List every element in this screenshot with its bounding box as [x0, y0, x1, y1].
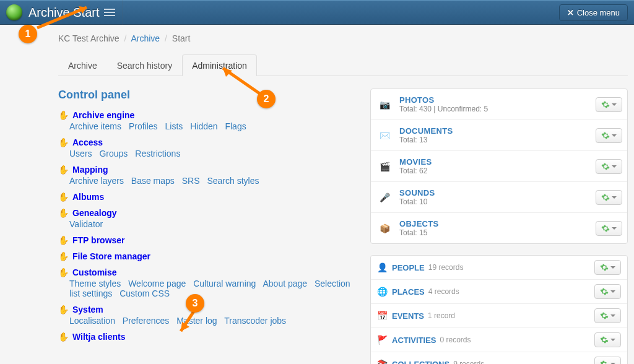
- link-base-maps[interactable]: Base maps: [131, 176, 175, 186]
- page-title: Archive Start: [28, 6, 99, 20]
- link-restrictions[interactable]: Restrictions: [135, 149, 180, 158]
- person-icon: 👤: [377, 262, 387, 272]
- gear-icon: [601, 131, 610, 140]
- close-menu-button[interactable]: ✕ Close menu: [559, 4, 628, 21]
- gear-icon: [601, 224, 610, 233]
- link-groups[interactable]: Groups: [99, 149, 128, 158]
- hamburger-menu-icon[interactable]: [104, 9, 115, 16]
- hand-icon: ✋: [58, 305, 69, 314]
- cp-archive-engine[interactable]: Archive engine: [72, 110, 134, 120]
- gear-icon: [600, 287, 609, 296]
- cp-mapping[interactable]: Mapping: [72, 165, 108, 175]
- gear-icon: [601, 162, 610, 171]
- close-icon: ✕: [567, 8, 574, 17]
- tab-search-history[interactable]: Search history: [107, 54, 182, 76]
- gear-dropdown-button[interactable]: [594, 308, 621, 323]
- link-archive-layers[interactable]: Archive layers: [69, 176, 124, 186]
- link-flags[interactable]: Flags: [225, 121, 246, 131]
- gear-dropdown-button[interactable]: [596, 221, 622, 236]
- hand-icon: ✋: [58, 165, 69, 175]
- row-places[interactable]: 🌐PLACES4 records: [371, 279, 627, 303]
- link-localisation[interactable]: Localisation: [69, 316, 115, 326]
- caret-down-icon: [610, 339, 615, 341]
- caret-down-icon: [612, 227, 617, 230]
- hand-icon: ✋: [58, 110, 69, 120]
- link-master-log[interactable]: Master log: [176, 316, 217, 326]
- link-hidden[interactable]: Hidden: [190, 121, 217, 131]
- gear-dropdown-button[interactable]: [594, 332, 621, 347]
- gear-dropdown-button[interactable]: [596, 159, 622, 174]
- link-search-styles[interactable]: Search styles: [207, 176, 259, 186]
- gear-dropdown-button[interactable]: [594, 284, 621, 299]
- gear-dropdown-button[interactable]: [596, 128, 622, 143]
- caret-down-icon: [612, 103, 617, 106]
- hand-icon: ✋: [58, 267, 69, 277]
- card-documents[interactable]: ✉️ DOCUMENTSTotal: 13: [371, 119, 627, 150]
- link-lists[interactable]: Lists: [165, 121, 183, 131]
- close-menu-label: Close menu: [577, 8, 620, 17]
- caret-down-icon: [610, 314, 615, 317]
- control-panel: Control panel ✋Archive engine Archive it…: [58, 89, 355, 364]
- link-srs[interactable]: SRS: [182, 176, 200, 186]
- gear-dropdown-button[interactable]: [596, 190, 622, 205]
- cp-customise[interactable]: Customise: [72, 267, 117, 277]
- cp-wiltja-clients[interactable]: Wiltja clients: [72, 332, 125, 342]
- globe-icon: 🌐: [377, 287, 387, 297]
- row-collections[interactable]: 📚COLLECTIONS9 records: [371, 352, 627, 364]
- link-theme-styles[interactable]: Theme styles: [69, 279, 121, 288]
- breadcrumb-leaf: Start: [172, 33, 191, 43]
- calendar-icon: 📅: [377, 311, 387, 321]
- envelope-icon: ✉️: [376, 128, 393, 143]
- gear-dropdown-button[interactable]: [594, 357, 621, 364]
- caret-down-icon: [612, 134, 617, 137]
- hand-icon: ✋: [58, 235, 69, 245]
- link-archive-items[interactable]: Archive items: [69, 121, 121, 131]
- cp-access[interactable]: Access: [72, 137, 103, 147]
- link-custom-css[interactable]: Custom CSS: [119, 288, 170, 298]
- card-sounds[interactable]: 🎤 SOUNDSTotal: 10: [371, 181, 627, 212]
- link-cultural-warning[interactable]: Cultural warning: [193, 279, 256, 288]
- film-icon: 🎬: [376, 159, 393, 174]
- gear-dropdown-button[interactable]: [596, 97, 622, 112]
- mic-icon: 🎤: [376, 190, 393, 205]
- hand-icon: ✋: [58, 192, 69, 202]
- row-people[interactable]: 👤PEOPLE19 records: [371, 256, 627, 279]
- cp-ftp-browser[interactable]: FTP browser: [72, 235, 125, 245]
- link-preferences[interactable]: Preferences: [123, 316, 169, 326]
- stats-panel: 📷 PHOTOSTotal: 430 | Unconfirmed: 5 ✉️ D…: [370, 89, 628, 364]
- caret-down-icon: [612, 165, 617, 168]
- caret-down-icon: [610, 290, 615, 293]
- tab-bar: Archive Search history Administration: [58, 54, 628, 76]
- breadcrumb-archive-link[interactable]: Archive: [131, 33, 160, 43]
- media-card-group: 📷 PHOTOSTotal: 430 | Unconfirmed: 5 ✉️ D…: [370, 89, 628, 244]
- gear-icon: [601, 193, 610, 202]
- flag-icon: 🚩: [377, 335, 387, 345]
- tab-archive[interactable]: Archive: [58, 54, 107, 76]
- top-bar: Archive Start ✕ Close menu: [0, 0, 634, 25]
- row-events[interactable]: 📅EVENTS1 record: [371, 303, 627, 327]
- link-transcoder-jobs[interactable]: Transcoder jobs: [224, 316, 286, 326]
- link-profiles[interactable]: Profiles: [129, 121, 158, 131]
- row-activities[interactable]: 🚩ACTIVITIES0 records: [371, 327, 627, 352]
- cp-genealogy[interactable]: Genealogy: [72, 208, 117, 218]
- gear-icon: [600, 360, 609, 364]
- hand-icon: ✋: [58, 208, 69, 218]
- entity-card-group: 👤PEOPLE19 records 🌐PLACES4 records 📅EVEN…: [370, 255, 628, 364]
- cp-albums[interactable]: Albums: [72, 192, 104, 202]
- app-orb-icon: [6, 4, 22, 20]
- link-welcome-page[interactable]: Welcome page: [128, 279, 186, 288]
- card-movies[interactable]: 🎬 MOVIESTotal: 62: [371, 150, 627, 181]
- card-objects[interactable]: 📦 OBJECTSTotal: 15: [371, 212, 627, 243]
- link-validator[interactable]: Validator: [69, 219, 103, 229]
- card-photos[interactable]: 📷 PHOTOSTotal: 430 | Unconfirmed: 5: [371, 89, 627, 119]
- gear-icon: [601, 100, 610, 109]
- cp-system[interactable]: System: [72, 305, 103, 314]
- caret-down-icon: [612, 196, 617, 199]
- gear-icon: [600, 311, 609, 320]
- gear-dropdown-button[interactable]: [594, 260, 621, 275]
- tab-administration[interactable]: Administration: [182, 54, 257, 76]
- link-about-page[interactable]: About page: [263, 279, 307, 288]
- cp-file-store-manager[interactable]: File Store manager: [72, 251, 150, 261]
- link-users[interactable]: Users: [69, 149, 92, 158]
- breadcrumb: KC Test Archive / Archive / Start: [58, 33, 628, 43]
